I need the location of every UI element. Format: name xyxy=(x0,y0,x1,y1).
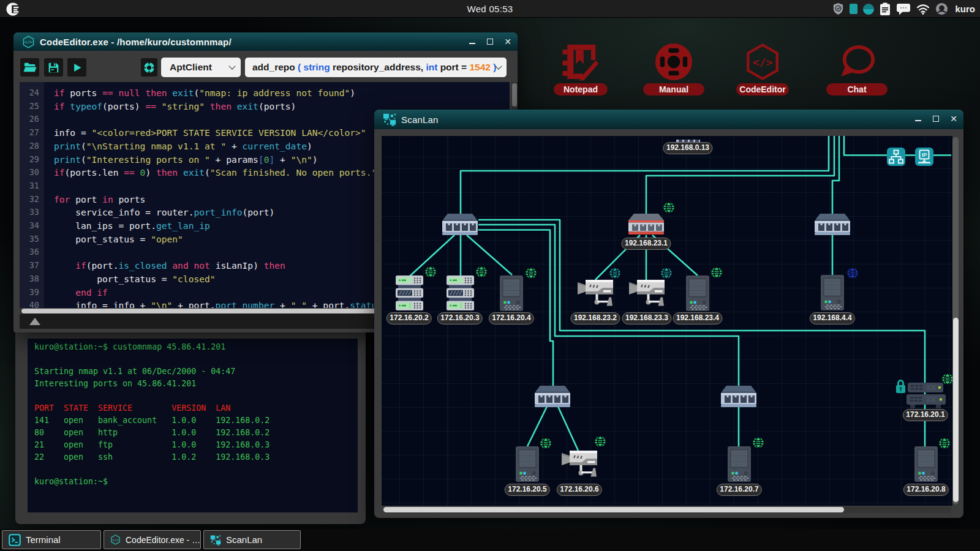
device-label[interactable]: 172.16.20.6 xyxy=(557,484,602,496)
device-label[interactable]: 172.16.20.5 xyxy=(505,484,550,496)
save-file-button[interactable] xyxy=(44,58,63,77)
taskbar-item-label: Terminal xyxy=(26,534,61,545)
globe-icon xyxy=(711,267,722,278)
desktop-icon-codeeditor[interactable]: CodeEditor xyxy=(726,43,799,96)
codeeditor-icon xyxy=(22,36,35,48)
device-router-red-192.168.23.1[interactable] xyxy=(628,214,664,234)
minimize-button[interactable] xyxy=(914,115,922,122)
terminal-line: PORT STATE SERVICE VERSION LAN xyxy=(34,402,358,414)
desktop-icon-manual[interactable]: Manual xyxy=(637,43,710,96)
terminal-line: Starting nmap v1.1 at 06/Dec/2000 - 04:4… xyxy=(34,365,358,378)
globe-icon xyxy=(476,266,487,277)
device-camera-192.168.23.2[interactable] xyxy=(578,280,613,306)
device-label[interactable]: 192.168.23.3 xyxy=(622,312,671,324)
device-label[interactable]: 172.16.20.3 xyxy=(437,312,483,324)
device-label[interactable]: 192.168.0.13 xyxy=(663,142,712,154)
desktop-icon-label: Notepad xyxy=(554,83,608,96)
terminal-line: 22 open ssh 1.0.2 192.168.0.3 xyxy=(34,451,358,463)
terminal-window[interactable]: kuro@station:~$ customnmap 45.86.41.201 … xyxy=(15,332,366,524)
desktop-icon-chat[interactable]: Chat xyxy=(820,43,894,96)
device-rack-stack-172.16.20.1[interactable] xyxy=(907,381,946,409)
device-label[interactable]: 172.16.20.7 xyxy=(717,484,762,496)
wifi-icon[interactable] xyxy=(916,4,930,15)
signature-selector[interactable]: add_repo ( string repository_address, in… xyxy=(245,58,507,77)
ip-icon[interactable] xyxy=(915,148,933,166)
messages-icon[interactable] xyxy=(896,3,911,15)
shield-icon[interactable] xyxy=(832,2,844,15)
scanlan-window[interactable]: ScanLan ✕ 192.168.0.13192.168.23.1172.16… xyxy=(374,110,963,518)
taskbar-item-terminal[interactable]: Terminal xyxy=(2,530,101,549)
terminal-line xyxy=(34,463,358,476)
device-rack-server-172.16.20.2[interactable] xyxy=(396,276,423,311)
globe-icon xyxy=(942,373,952,384)
close-button[interactable]: ✕ xyxy=(950,115,957,122)
globe-icon xyxy=(540,438,551,449)
manual-icon xyxy=(637,43,710,81)
lan-icon[interactable] xyxy=(887,148,905,166)
device-label[interactable]: 192.168.23.1 xyxy=(621,238,671,250)
code-line: if ports == null then exit("nmap: ip add… xyxy=(54,86,503,100)
device-switch-partial-192.168.0.13[interactable] xyxy=(676,136,700,141)
device-switch[interactable] xyxy=(442,214,478,235)
close-button[interactable]: ✕ xyxy=(504,38,511,45)
desktop-icon-label: CodeEditor xyxy=(736,83,789,96)
lock-icon xyxy=(895,378,906,395)
device-camera-172.16.20.6[interactable] xyxy=(562,451,597,477)
device-tower-server-172.16.20.8[interactable] xyxy=(914,446,938,482)
codeeditor-icon xyxy=(110,534,121,545)
device-label[interactable]: 172.16.20.1 xyxy=(903,409,948,421)
scroll-up-arrow-icon[interactable] xyxy=(29,318,40,325)
device-tower-server-172.16.20.4[interactable] xyxy=(500,276,523,311)
device-label[interactable]: 172.16.20.2 xyxy=(386,312,432,324)
scanlan-titlebar[interactable]: ScanLan ✕ xyxy=(374,110,963,129)
device-tower-server-192.168.4.4[interactable] xyxy=(821,275,844,310)
codeeditor-title: CodeEditor.exe - /home/kuro/customnmap/ xyxy=(40,37,232,47)
terminal-line: 80 open http 1.0.0 192.168.0.2 xyxy=(34,427,358,439)
device-tower-server-192.168.23.4[interactable] xyxy=(686,276,709,311)
map-horizontal-scrollbar[interactable] xyxy=(383,506,951,513)
chevron-down-icon xyxy=(228,62,235,69)
device-switch[interactable] xyxy=(535,386,570,407)
device-label[interactable]: 192.168.23.4 xyxy=(673,312,722,324)
maximize-button[interactable] xyxy=(486,38,494,45)
globe-icon xyxy=(526,268,537,279)
terminal-line: kuro@station:~$ customnmap 45.86.41.201 xyxy=(34,341,358,353)
storage-icon[interactable] xyxy=(863,4,874,15)
avatar-icon[interactable] xyxy=(935,2,948,15)
device-switch[interactable] xyxy=(721,386,756,407)
taskbar-item-scanlan[interactable]: ScanLan xyxy=(203,530,301,549)
scanlan-icon xyxy=(210,534,221,545)
globe-icon xyxy=(847,268,858,279)
device-label[interactable]: 192.168.23.2 xyxy=(570,312,620,324)
api-browser-button[interactable] xyxy=(141,58,157,77)
codeeditor-toolbar: AptClient add_repo ( string repository_a… xyxy=(13,51,518,81)
network-map[interactable]: 192.168.0.13192.168.23.1172.16.20.2172.1… xyxy=(382,136,952,506)
device-switch[interactable] xyxy=(815,214,850,235)
codeeditor-titlebar[interactable]: CodeEditor.exe - /home/kuro/customnmap/ … xyxy=(13,32,518,51)
device-label[interactable]: 192.168.4.4 xyxy=(810,312,855,324)
device-tower-server-172.16.20.7[interactable] xyxy=(728,446,751,482)
device-camera-192.168.23.3[interactable] xyxy=(629,280,665,306)
codeeditor-icon xyxy=(726,43,799,81)
taskbar-item-codeeditorexe[interactable]: CodeEditor.exe - … xyxy=(104,530,201,549)
map-vertical-scrollbar[interactable] xyxy=(952,137,959,504)
terminal-screen[interactable]: kuro@station:~$ customnmap 45.86.41.201 … xyxy=(28,339,358,512)
battery-icon[interactable] xyxy=(850,4,858,14)
device-label[interactable]: 172.16.20.4 xyxy=(489,312,534,324)
device-tower-server-172.16.20.5[interactable] xyxy=(516,446,539,482)
desktop-icon-label: Chat xyxy=(826,83,888,96)
open-file-button[interactable] xyxy=(20,58,39,77)
device-label[interactable]: 172.16.20.8 xyxy=(903,484,949,496)
device-rack-server-172.16.20.3[interactable] xyxy=(447,276,474,311)
system-tray: kuro xyxy=(832,0,975,18)
maximize-button[interactable] xyxy=(932,115,940,122)
terminal-line: Interesting ports on 45.86.41.201 xyxy=(34,378,358,390)
desktop-icon-notepad[interactable]: Notepad xyxy=(544,43,617,96)
chat-icon xyxy=(820,43,894,81)
clipboard-icon[interactable] xyxy=(880,2,891,16)
globe-icon xyxy=(753,437,764,448)
run-button[interactable] xyxy=(67,58,86,77)
scanlan-title: ScanLan xyxy=(401,114,439,125)
class-selector[interactable]: AptClient xyxy=(161,58,241,77)
minimize-button[interactable] xyxy=(469,38,476,45)
